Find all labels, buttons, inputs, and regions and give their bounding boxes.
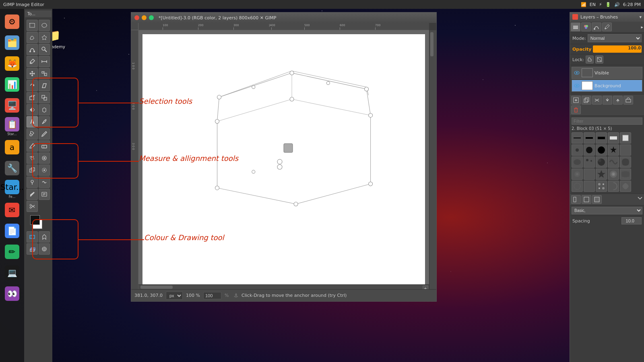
- brush-item-sm-dot[interactable]: [572, 144, 583, 156]
- color-selector[interactable]: [30, 215, 46, 229]
- tool-text[interactable]: A: [27, 116, 38, 128]
- brush-item-r1[interactable]: [572, 169, 583, 180]
- tool-clone[interactable]: [27, 165, 38, 176]
- brush-item-splat1[interactable]: [572, 156, 583, 168]
- tool-dodge[interactable]: [27, 177, 38, 188]
- tool-zoom[interactable]: [39, 44, 50, 55]
- brush-item-xl-dot[interactable]: [596, 144, 607, 156]
- tool-align[interactable]: [39, 68, 50, 79]
- brushes-tool-2[interactable]: [582, 195, 591, 204]
- scrollbar-h-thumb[interactable]: [140, 286, 173, 289]
- lock-alpha-btn[interactable]: [595, 56, 603, 64]
- brush-item-square[interactable]: [620, 132, 631, 144]
- brush-item-s3[interactable]: [596, 181, 607, 192]
- tool-cage[interactable]: [39, 104, 50, 115]
- tool-scale[interactable]: [39, 92, 50, 103]
- tool-blur[interactable]: [39, 165, 50, 176]
- tool-measure[interactable]: [39, 56, 50, 67]
- win-minimize-btn[interactable]: [142, 15, 147, 20]
- layers-panel-collapse-btn[interactable]: ▾: [639, 14, 642, 20]
- brush-item-line3[interactable]: [596, 132, 607, 144]
- dock-item-firefox[interactable]: 🦊: [2, 54, 22, 73]
- dock-item-settings[interactable]: ⚙️: [2, 12, 22, 31]
- brush-item-line4[interactable]: [608, 132, 619, 144]
- dock-item-files[interactable]: 🗂️: [2, 33, 22, 52]
- dock-item-docs[interactable]: 📄: [2, 221, 22, 241]
- mode-select[interactable]: Normal: [588, 34, 642, 42]
- brush-item-line2[interactable]: [584, 132, 595, 144]
- brush-item-line1[interactable]: [572, 132, 583, 144]
- brush-item-s1[interactable]: [572, 181, 583, 192]
- brushes-panel-expand-btn[interactable]: [637, 195, 643, 204]
- gimp-scrollbar-v[interactable]: [429, 30, 436, 289]
- foreground-color-swatch[interactable]: [30, 215, 40, 225]
- layer-merge-btn[interactable]: [592, 96, 602, 105]
- brush-item-s5[interactable]: [620, 181, 631, 192]
- tool-paintbrush[interactable]: [27, 140, 38, 152]
- tab-brushes[interactable]: [602, 23, 612, 31]
- layer-copy-btn[interactable]: [582, 96, 591, 105]
- layer-item-background[interactable]: Background: [572, 80, 642, 92]
- layer-item-visible[interactable]: Visible: [572, 67, 642, 79]
- gimp-canvas[interactable]: [142, 34, 425, 285]
- brush-item-r4[interactable]: [608, 169, 619, 180]
- tool-warp[interactable]: [39, 177, 50, 188]
- tool-extra[interactable]: [39, 243, 50, 255]
- tool-scissors[interactable]: [27, 201, 38, 212]
- status-unit-select[interactable]: px: [166, 292, 183, 300]
- dock-item-gimp-eyes[interactable]: 👀: [2, 284, 22, 303]
- gimp-scrollbar-h[interactable]: +: [138, 284, 429, 289]
- tool-fuzzy-select[interactable]: [39, 32, 50, 43]
- tool-ink[interactable]: [39, 116, 50, 128]
- dock-item-libreoffice-impress[interactable]: 🖥️: [2, 96, 22, 115]
- brushes-tool-1[interactable]: [571, 195, 581, 204]
- tool-transform[interactable]: [27, 80, 38, 91]
- tool-pencil[interactable]: [39, 128, 50, 140]
- tool-nav[interactable]: [27, 231, 38, 243]
- tab-channels[interactable]: [581, 23, 591, 31]
- opacity-slider[interactable]: 100.0: [593, 45, 642, 53]
- layer-delete-btn[interactable]: [571, 105, 581, 114]
- tool-airbrush[interactable]: [27, 152, 38, 164]
- layer-new-btn[interactable]: [571, 96, 581, 105]
- tab-paths[interactable]: [592, 23, 601, 31]
- tool-flip[interactable]: [27, 104, 38, 115]
- scrollbar-v-thumb[interactable]: [430, 32, 433, 56]
- dock-item-start2[interactable]: Star... Fe...: [2, 179, 22, 199]
- tool-bucket-fill[interactable]: [27, 128, 38, 140]
- tab-layers[interactable]: [571, 23, 580, 31]
- dock-item-terminal[interactable]: 💻: [2, 263, 22, 282]
- win-close-btn[interactable]: [134, 15, 139, 20]
- brush-category-select[interactable]: Basic,: [572, 207, 642, 214]
- tool-ellipse-select[interactable]: [39, 20, 50, 31]
- brush-item-splat4[interactable]: [608, 156, 619, 168]
- layer-eye-visible[interactable]: [574, 70, 580, 76]
- dock-item-start[interactable]: 📋 Star...: [2, 117, 22, 136]
- tool-eraser[interactable]: [39, 140, 50, 152]
- brush-item-dots2[interactable]: [620, 144, 631, 156]
- dock-item-gmail[interactable]: ✉️: [2, 200, 22, 220]
- brush-item-lg-dot[interactable]: [584, 144, 595, 156]
- tool-perspective[interactable]: [39, 80, 50, 91]
- tool-heal[interactable]: [39, 152, 50, 164]
- brushes-filter-input[interactable]: [572, 117, 642, 125]
- tool-picker2[interactable]: [39, 231, 50, 243]
- tool-rect-select[interactable]: [27, 20, 38, 31]
- layer-eye-background[interactable]: [574, 82, 580, 89]
- brush-item-splat5[interactable]: [620, 156, 631, 168]
- tool-move[interactable]: [27, 68, 38, 79]
- layers-panel-menu-btn[interactable]: ▸: [641, 23, 643, 31]
- brush-item-s2[interactable]: [584, 181, 595, 192]
- tool-shear[interactable]: [27, 92, 38, 103]
- dock-item-libreoffice-calc[interactable]: 📊: [2, 75, 22, 94]
- win-maximize-btn[interactable]: [149, 15, 154, 20]
- tool-free-select[interactable]: [27, 32, 38, 43]
- tool-smudge[interactable]: [27, 189, 38, 200]
- lock-pixel-btn[interactable]: [586, 56, 594, 64]
- layer-up-btn[interactable]: [613, 96, 623, 105]
- dock-item-pencil[interactable]: ✏️: [2, 242, 22, 261]
- brush-item-star[interactable]: [608, 144, 619, 156]
- brush-item-splat2[interactable]: [584, 156, 595, 168]
- spacing-input[interactable]: [621, 217, 642, 224]
- tool-script[interactable]: [39, 189, 50, 200]
